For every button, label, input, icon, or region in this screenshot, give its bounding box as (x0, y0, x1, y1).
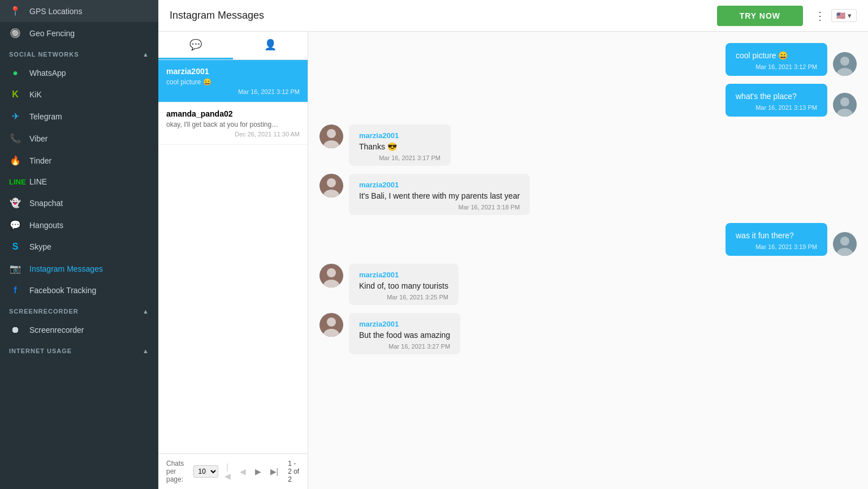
hangouts-icon: 💬 (9, 220, 21, 230)
messages-tab-icon: 💬 (189, 38, 202, 51)
chat-item[interactable]: marzia2001 cool picture 😄 Mar 16, 2021 3… (158, 60, 308, 102)
skype-icon: S (9, 242, 21, 252)
facebook-icon: f (9, 285, 21, 295)
message-row-sent: was it fun there? Mar 16, 2021 3:19 PM (319, 223, 857, 256)
message-time: Mar 16, 2021 3:13 PM (736, 104, 817, 111)
sidebar-item-viber[interactable]: 📞 Viber (0, 127, 158, 149)
viber-icon: 📞 (9, 133, 21, 144)
sidebar-item-line[interactable]: LINE LINE (0, 171, 158, 192)
message-row-received: marzia2001 Kind of, too many tourists Ma… (319, 264, 857, 305)
sidebar-item-skype[interactable]: S Skype (0, 236, 158, 258)
message-text: Kind of, too many tourists (359, 281, 448, 290)
message-sender: marzia2001 (359, 181, 520, 189)
sidebar-item-telegram[interactable]: ✈ Telegram (0, 105, 158, 127)
tab-contacts[interactable]: 👤 (233, 32, 308, 59)
per-page-select[interactable]: 10 25 50 (193, 465, 218, 478)
chevron-down-icon: ▾ (848, 11, 852, 20)
message-row-sent: cool picture 😄 Mar 16, 2021 3:12 PM (319, 43, 857, 76)
message-text: It's Bali, I went there with my parents … (359, 191, 520, 200)
screenrecorder-header[interactable]: SCREENRECORDER ▲ (0, 301, 158, 319)
avatar (833, 93, 857, 117)
message-text: But the food was amazing (359, 331, 450, 340)
chat-item-time: Mar 16, 2021 3:12 PM (166, 88, 300, 95)
sidebar-item-whatsapp[interactable]: ● WhatsApp (0, 62, 158, 84)
message-text: cool picture 😄 (736, 51, 817, 60)
language-selector[interactable]: 🇺🇸 ▾ (831, 9, 857, 22)
message-bubble-received: marzia2001 Thanks 😎 Mar 16, 2021 3:17 PM (349, 125, 451, 166)
svg-point-16 (327, 268, 336, 277)
message-text: was it fun there? (736, 231, 817, 240)
first-page-button[interactable]: |◀ (222, 461, 234, 482)
avatar (833, 232, 857, 256)
topbar: Instagram Messages TRY NOW ⋮ 🇺🇸 ▾ (158, 0, 868, 32)
message-time: Mar 16, 2021 3:12 PM (736, 63, 817, 70)
avatar (319, 264, 343, 288)
chat-list-panel: 💬 👤 marzia2001 cool picture 😄 Mar 16, 20… (158, 32, 308, 489)
chat-item-preview: cool picture 😄 (166, 78, 279, 86)
avatar (319, 174, 343, 198)
instagram-icon: 📷 (9, 263, 21, 274)
contacts-tab-icon: 👤 (264, 38, 277, 51)
message-bubble-received: marzia2001 Kind of, too many tourists Ma… (349, 264, 459, 305)
line-icon: LINE (9, 178, 21, 186)
chevron-up-icon: ▲ (142, 51, 149, 58)
message-bubble-received: marzia2001 It's Bali, I went there with … (349, 174, 530, 215)
chat-item-name: amanda_panda02 (166, 109, 300, 118)
message-bubble-sent: cool picture 😄 Mar 16, 2021 3:12 PM (726, 43, 827, 76)
message-sender: marzia2001 (359, 131, 441, 140)
message-text: what's the place? (736, 92, 817, 101)
per-page-label: Chats per page: (166, 460, 188, 483)
svg-point-1 (840, 57, 849, 66)
message-sender: marzia2001 (359, 320, 450, 328)
sidebar-item-hangouts[interactable]: 💬 Hangouts (0, 214, 158, 236)
message-text: Thanks 😎 (359, 142, 441, 151)
chat-item-time: Dec 26, 2021 11:30 AM (166, 131, 300, 138)
message-time: Mar 16, 2021 3:27 PM (359, 343, 450, 350)
message-bubble-received: marzia2001 But the food was amazing Mar … (349, 313, 460, 354)
chat-item[interactable]: amanda_panda02 okay, I'll get back at yo… (158, 102, 308, 145)
content-area: 💬 👤 marzia2001 cool picture 😄 Mar 16, 20… (158, 32, 868, 489)
next-page-button[interactable]: ▶ (252, 466, 264, 477)
sidebar-item-instagram-messages[interactable]: 📷 Instagram Messages (0, 258, 158, 280)
message-time: Mar 16, 2021 3:19 PM (736, 243, 817, 250)
more-options-icon[interactable]: ⋮ (814, 9, 826, 23)
internet-usage-header[interactable]: INTERNET USAGE ▲ (0, 341, 158, 359)
svg-point-10 (327, 178, 336, 187)
snapchat-icon: 👻 (9, 198, 21, 208)
sidebar-item-facebook-tracking[interactable]: f Facebook Tracking (0, 280, 158, 301)
geo-fencing-icon: 🔘 (9, 28, 21, 38)
sidebar-item-snapchat[interactable]: 👻 Snapchat (0, 192, 158, 214)
tab-messages[interactable]: 💬 (158, 32, 233, 59)
sidebar-item-label: GPS Locations (29, 7, 149, 16)
chat-item-preview: okay, I'll get back at you for posting t… (166, 121, 279, 128)
social-networks-header[interactable]: SOCIAL NETWORKS ▲ (0, 44, 158, 62)
sidebar-item-geo-fencing[interactable]: 🔘 Geo Fencing (0, 22, 158, 44)
gps-icon: 📍 (9, 6, 21, 16)
avatar (833, 52, 857, 76)
sidebar-item-gps-locations[interactable]: 📍 GPS Locations (0, 0, 158, 22)
message-time: Mar 16, 2021 3:25 PM (359, 294, 448, 301)
message-time: Mar 16, 2021 3:17 PM (359, 155, 441, 161)
avatar (319, 313, 343, 337)
tinder-icon: 🔥 (9, 155, 21, 166)
chat-item-name: marzia2001 (166, 67, 300, 76)
chevron-down-icon: ▲ (142, 348, 149, 354)
page-title: Instagram Messages (170, 10, 717, 22)
try-now-button[interactable]: TRY NOW (717, 6, 803, 26)
sidebar-item-kik[interactable]: K KiK (0, 84, 158, 105)
sidebar-item-screenrecorder[interactable]: ⏺ Screenrecorder (0, 319, 158, 341)
whatsapp-icon: ● (9, 68, 21, 78)
screenrecorder-icon: ⏺ (9, 325, 21, 335)
message-row-received: marzia2001 It's Bali, I went there with … (319, 174, 857, 215)
last-page-button[interactable]: ▶| (267, 466, 282, 477)
prev-page-button[interactable]: ◀ (237, 466, 249, 477)
sidebar-item-tinder[interactable]: 🔥 Tinder (0, 149, 158, 171)
avatar (319, 125, 343, 148)
svg-point-4 (840, 97, 849, 106)
chat-tabs: 💬 👤 (158, 32, 308, 60)
message-time: Mar 16, 2021 3:18 PM (359, 204, 520, 211)
message-row-sent: what's the place? Mar 16, 2021 3:13 PM (319, 84, 857, 117)
page-count: 1 - 2 of 2 (288, 460, 300, 483)
message-row-received: marzia2001 Thanks 😎 Mar 16, 2021 3:17 PM (319, 125, 857, 166)
sidebar-item-label: Geo Fencing (29, 29, 149, 38)
